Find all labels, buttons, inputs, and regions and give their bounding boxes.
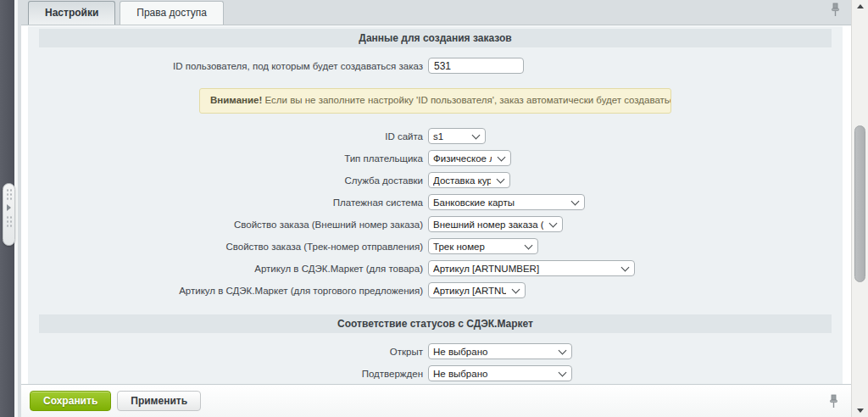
field-label: Артикул в СДЭК.Маркет (для товара) (28, 264, 428, 274)
section-header-order-data: Данные для создания заказов (39, 29, 832, 47)
scrollbar-thumb[interactable] (854, 125, 865, 282)
field-select-wrapper: Банковские карты (428, 194, 585, 211)
settings-window: Настройки Права доступа Данные для созда… (21, 0, 851, 417)
field-select-wrapper: s1 (428, 128, 486, 145)
field-select[interactable]: Трек номер (428, 238, 538, 254)
form-row: Служба доставки Доставка курьером (28, 172, 843, 188)
collapsed-sidebar (0, 0, 18, 417)
field-select-wrapper: Доставка курьером (428, 172, 510, 189)
field-label: ID пользователя, под которым будет созда… (28, 61, 428, 71)
form-row: Тип плательщика Физическое лицо (28, 150, 843, 166)
field-select[interactable]: Внешний номер заказа (ID) (428, 216, 563, 232)
warning-prefix: Внимание! (210, 95, 262, 105)
field-select[interactable]: Физическое лицо (428, 150, 511, 166)
field-select[interactable]: Артикул [ARTNUMBER] (428, 260, 635, 276)
field-select-wrapper: Трек номер (428, 238, 538, 255)
warning-message: Внимание! Если вы не заполните настройку… (199, 88, 671, 114)
chevron-right-icon (7, 204, 11, 211)
handle-dots-top-icon (6, 188, 13, 201)
handle-dots-bottom-icon (6, 215, 13, 228)
field-label: Открыт (28, 347, 428, 357)
bottom-button-bar: Сохранить Применить (21, 384, 851, 417)
scroll-down-icon[interactable] (857, 409, 864, 413)
field-select[interactable]: Артикул [ARTNUMBER] (428, 282, 526, 298)
field-select[interactable]: Не выбрано (428, 343, 572, 359)
vertical-scrollbar[interactable] (851, 0, 868, 417)
field-label: Артикул в СДЭК.Маркет (для торгового пре… (28, 286, 428, 296)
form-row: Платежная система Банковские карты (28, 194, 843, 210)
pin-icon[interactable] (830, 3, 841, 20)
field-select-wrapper: Внешний номер заказа (ID) (428, 216, 563, 233)
field-label: ID сайта (28, 131, 428, 142)
form-row: Артикул в СДЭК.Маркет (для товара) Артик… (28, 260, 843, 276)
save-button[interactable]: Сохранить (30, 391, 111, 411)
field-label: Тип плательщика (28, 153, 428, 164)
pin-icon[interactable] (828, 394, 839, 412)
field-select[interactable]: Банковские карты (428, 194, 585, 210)
form-row: Открыт Не выбрано (28, 343, 843, 359)
section-header-status-mapping: Соответствие статусов с СДЭК.Маркет (39, 314, 832, 333)
form-row: Свойство заказа (Внешний номер заказа) В… (28, 216, 843, 232)
field-select-wrapper: Физическое лицо (428, 150, 511, 167)
tab-bar: Настройки Права доступа (21, 0, 851, 25)
tab-settings[interactable]: Настройки (28, 1, 115, 25)
scroll-up-icon[interactable] (857, 4, 864, 8)
form-row: ID сайта s1 (28, 128, 843, 144)
form-rows-section-1: ID сайта s1 Тип плательщика Физическое л… (28, 128, 843, 298)
field-select-wrapper: Артикул [ARTNUMBER] (428, 260, 635, 277)
form-rows-section-2: Открыт Не выбрано Подтвержден Не выбрано (28, 343, 843, 381)
tab-access-rights[interactable]: Права доступа (120, 1, 224, 25)
field-label: Служба доставки (28, 175, 428, 186)
field-select-wrapper: Не выбрано (428, 343, 572, 360)
form-row: Подтвержден Не выбрано (28, 365, 843, 381)
field-label: Свойство заказа (Внешний номер заказа) (28, 220, 428, 230)
sidebar-expand-handle[interactable] (3, 183, 15, 246)
field-label: Платежная система (28, 197, 428, 208)
field-select[interactable]: Доставка курьером (428, 172, 510, 188)
field-select[interactable]: Не выбрано (428, 365, 572, 381)
user-id-input[interactable] (428, 58, 524, 74)
field-label: Подтвержден (28, 369, 428, 379)
warning-text: Если вы не заполните настройку 'ID польз… (262, 95, 671, 105)
field-select-wrapper: Артикул [ARTNUMBER] (428, 282, 526, 299)
form-row: Артикул в СДЭК.Маркет (для торгового пре… (28, 282, 843, 298)
field-select-wrapper: Не выбрано (428, 365, 572, 382)
field-select[interactable]: s1 (428, 128, 486, 144)
apply-button[interactable]: Применить (117, 391, 201, 411)
form-row: Свойство заказа (Трек-номер отправления)… (28, 238, 843, 254)
form-row-user-id: ID пользователя, под которым будет созда… (28, 58, 843, 74)
settings-form-scroll-area: Данные для создания заказов ID пользоват… (28, 25, 843, 384)
field-label: Свойство заказа (Трек-номер отправления) (28, 242, 428, 252)
settings-form-panel: Данные для создания заказов ID пользоват… (21, 25, 851, 384)
